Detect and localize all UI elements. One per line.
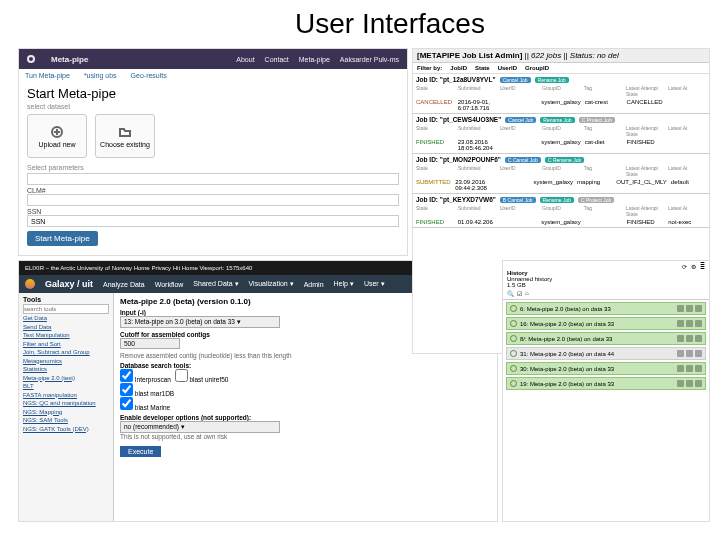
upload-new-button[interactable]: Upload new <box>27 114 87 158</box>
tools-search-input[interactable] <box>23 304 109 314</box>
job-action-pill[interactable]: C Rename Job <box>545 157 584 163</box>
history-action-icon[interactable] <box>686 365 693 372</box>
tool-link-8[interactable]: BLT <box>23 383 109 391</box>
filter-jobid[interactable]: JobID <box>450 65 467 71</box>
ja-title-pre: [METAPIPE Job List Admin] <box>417 51 522 60</box>
list-icon[interactable]: ≣ <box>700 263 705 270</box>
param-clm-input[interactable] <box>27 194 399 206</box>
history-action-icon[interactable] <box>677 380 684 387</box>
dev-select[interactable]: no (recommended) ▾ <box>120 421 280 433</box>
tab-jobs[interactable]: *using obs <box>84 72 117 79</box>
job-action-pill[interactable]: Cancel Job <box>500 77 531 83</box>
job-action-pill[interactable]: C Protect Job <box>579 117 615 123</box>
start-metapipe-button[interactable]: Start Meta-pipe <box>27 231 98 246</box>
tool-link-0[interactable]: Get Data <box>23 315 109 323</box>
history-action-icon[interactable] <box>695 320 702 327</box>
tool-link-2[interactable]: Text Manipulation <box>23 332 109 340</box>
check-all-icon[interactable]: ☑ <box>517 290 522 297</box>
gxnav-admin[interactable]: Admin <box>304 281 324 288</box>
tool-link-4[interactable]: Join, Subtract and Group <box>23 349 109 357</box>
job-action-pill[interactable]: B Cancel Job <box>500 197 536 203</box>
param-ssn-input[interactable] <box>27 215 399 227</box>
jobadmin-filter-row: Filter by: JobID State UserID GroupID <box>413 63 709 74</box>
tool-link-9[interactable]: FASTA manipulation <box>23 392 109 400</box>
db-opt-4[interactable]: blast Marine <box>120 404 170 411</box>
job-action-pill[interactable]: Rename Job <box>540 197 574 203</box>
param-top-input[interactable] <box>27 173 399 185</box>
history-item[interactable]: 6: Meta-pipe 2.0 (beta) on data 33 <box>506 302 706 315</box>
history-action-icon[interactable] <box>686 350 693 357</box>
nav-contact[interactable]: Contact <box>265 56 289 63</box>
job-col-header: State <box>416 125 454 137</box>
filter-userid[interactable]: UserID <box>498 65 517 71</box>
metapipe-heading: Start Meta-pipe <box>27 86 399 101</box>
tool-link-6[interactable]: Statistics <box>23 366 109 374</box>
tool-link-12[interactable]: NGS: SAM Tools <box>23 417 109 425</box>
history-action-icon[interactable] <box>695 380 702 387</box>
tab-run[interactable]: Tun Meta-pipe <box>25 72 70 79</box>
tool-link-1[interactable]: Send Data <box>23 324 109 332</box>
history-action-icon[interactable] <box>695 335 702 342</box>
nav-user[interactable]: Aaksarder Pulv-ms <box>340 56 399 63</box>
db-check-2[interactable] <box>175 369 188 382</box>
status-circle-icon <box>510 380 517 387</box>
tool-link-13[interactable]: NGS: GATK Tools (DEV) <box>23 426 109 434</box>
db-check-4[interactable] <box>120 397 133 410</box>
gxnav-viz[interactable]: Visualization ▾ <box>249 280 294 288</box>
history-action-icon[interactable] <box>695 305 702 312</box>
history-action-icon[interactable] <box>677 365 684 372</box>
history-action-icon[interactable] <box>686 305 693 312</box>
history-item[interactable]: 30: Meta-pipe 2.0 (beta) on data 33 <box>506 362 706 375</box>
history-action-icon[interactable] <box>677 350 684 357</box>
tag-icon[interactable]: ⌂ <box>525 290 529 297</box>
history-action-icon[interactable] <box>686 335 693 342</box>
gxnav-user[interactable]: User ▾ <box>364 280 385 288</box>
history-action-icon[interactable] <box>677 320 684 327</box>
job-col-value <box>668 139 706 151</box>
choose-existing-button[interactable]: Choose existing <box>95 114 155 158</box>
tool-link-11[interactable]: NGS: Mapping <box>23 409 109 417</box>
db-check-1[interactable] <box>120 369 133 382</box>
tool-link-5[interactable]: Metagenomics <box>23 358 109 366</box>
history-action-icon[interactable] <box>686 320 693 327</box>
history-item[interactable]: 31: Meta-pipe 2.0 (beta) on data 44 <box>506 347 706 360</box>
history-item[interactable]: 19: Meta-pipe 2.0 (beta) on data 33 <box>506 377 706 390</box>
db-opt-3[interactable]: blast mar1DB <box>120 390 174 397</box>
gxnav-analyze[interactable]: Analyze Data <box>103 281 145 288</box>
tab-georesults[interactable]: Geo-results <box>131 72 167 79</box>
cutoff-input[interactable]: 500 <box>120 338 180 349</box>
job-col-value: SUBMITTED <box>416 179 451 191</box>
history-item[interactable]: 16: Meta-pipe 2.0 (beta) on data 33 <box>506 317 706 330</box>
job-action-pill[interactable]: Cancel Job <box>505 117 536 123</box>
history-action-icon[interactable] <box>677 305 684 312</box>
refresh-icon[interactable]: ⟳ <box>682 263 687 270</box>
tool-link-7[interactable]: Meta-pipe 2.0 (test) <box>23 375 109 383</box>
db-opt-2[interactable]: blast uniref50 <box>175 376 229 383</box>
filter-state[interactable]: State <box>475 65 490 71</box>
history-item-actions <box>677 380 702 387</box>
history-action-icon[interactable] <box>677 335 684 342</box>
gear-icon[interactable]: ⚙ <box>691 263 696 270</box>
metapipe-tabs: Tun Meta-pipe *using obs Geo-results <box>19 69 407 82</box>
tool-link-10[interactable]: NGS: QC and manipulation <box>23 400 109 408</box>
nav-about[interactable]: About <box>236 56 254 63</box>
history-item[interactable]: 8/: Meta-pipe 2.0 (beta) on data 33 <box>506 332 706 345</box>
job-action-pill[interactable]: Rename Job <box>540 117 574 123</box>
db-opt-1[interactable]: Interproscan <box>120 376 171 383</box>
filter-groupid[interactable]: GroupID <box>525 65 549 71</box>
tool-link-3[interactable]: Filter and Sort <box>23 341 109 349</box>
job-action-pill[interactable]: C Cancel Job <box>505 157 541 163</box>
gxnav-shared[interactable]: Shared Data ▾ <box>193 280 238 288</box>
history-action-icon[interactable] <box>686 380 693 387</box>
gxnav-workflow[interactable]: Workflow <box>155 281 184 288</box>
input-select[interactable]: 13: Meta-pipe on 3.0 (beta) on data 33 ▾ <box>120 316 280 328</box>
search-icon[interactable]: 🔍 <box>507 290 514 297</box>
history-action-icon[interactable] <box>695 365 702 372</box>
gxnav-help[interactable]: Help ▾ <box>334 280 354 288</box>
history-action-icon[interactable] <box>695 350 702 357</box>
job-action-pill[interactable]: Rename Job <box>535 77 569 83</box>
job-action-pill[interactable]: C Protect Job <box>578 197 614 203</box>
nav-metapipe[interactable]: Meta-pipe <box>299 56 330 63</box>
execute-button[interactable]: Execute <box>120 446 161 457</box>
db-check-3[interactable] <box>120 383 133 396</box>
